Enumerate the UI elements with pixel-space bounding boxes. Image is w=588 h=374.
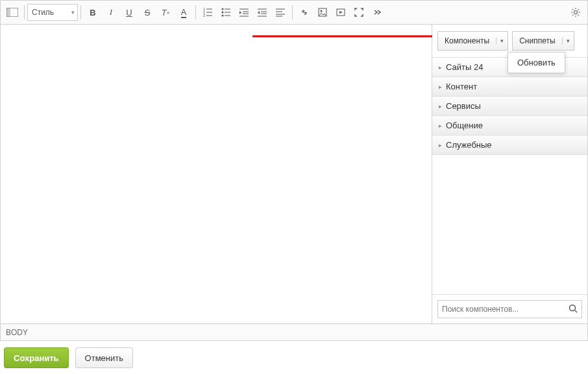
underline-icon[interactable]: U — [120, 3, 138, 21]
accordion-label: Контент — [446, 82, 477, 91]
cancel-button[interactable]: Отменить — [75, 347, 133, 368]
dropdown-item-refresh[interactable]: Обновить — [508, 53, 565, 73]
accordion-label: Сервисы — [446, 101, 481, 111]
style-label: Стиль — [32, 8, 54, 17]
settings-icon[interactable] — [567, 3, 585, 21]
components-panel: Компоненты ▾ Сниппеты ▾ Обновить ▸Сайты … — [432, 25, 587, 323]
text-color-icon[interactable]: A — [175, 3, 193, 21]
chevron-down-icon: ▾ — [562, 38, 574, 44]
main-area: Компоненты ▾ Сниппеты ▾ Обновить ▸Сайты … — [0, 25, 588, 324]
svg-marker-31 — [339, 11, 343, 14]
chevron-right-icon: ▸ — [439, 142, 442, 148]
ordered-list-icon[interactable]: 123 — [199, 3, 217, 21]
svg-marker-18 — [239, 11, 241, 14]
separator — [24, 5, 25, 19]
svg-marker-23 — [258, 11, 260, 14]
status-bar: BODY — [0, 324, 588, 341]
chevron-right-icon: ▸ — [439, 123, 442, 129]
accordion-label: Общение — [446, 121, 483, 130]
components-label: Компоненты — [438, 36, 496, 45]
component-search[interactable] — [437, 300, 582, 318]
components-dropdown-button[interactable]: Компоненты ▾ — [437, 31, 508, 51]
accordion-item-services[interactable]: ▸Сервисы — [432, 97, 587, 116]
search-row — [432, 294, 587, 323]
video-icon[interactable] — [332, 3, 350, 21]
accordion-item-utility[interactable]: ▸Служебные — [432, 135, 587, 155]
svg-point-37 — [570, 305, 576, 310]
italic-icon[interactable]: I — [102, 3, 120, 21]
strikethrough-icon[interactable]: S — [138, 3, 156, 21]
panel-top-buttons: Компоненты ▾ Сниппеты ▾ Обновить — [432, 25, 587, 58]
bold-icon[interactable]: B — [84, 3, 102, 21]
panel-content-area — [432, 155, 587, 294]
separator — [292, 5, 293, 19]
svg-point-32 — [574, 11, 578, 14]
chevron-down-icon: ▾ — [496, 38, 508, 44]
svg-point-8 — [222, 8, 224, 10]
unordered-list-icon[interactable] — [217, 3, 235, 21]
panel-toggle-icon[interactable] — [3, 3, 21, 21]
dom-path: BODY — [6, 328, 28, 337]
accordion-label: Служебные — [446, 140, 492, 150]
editor-canvas[interactable] — [1, 25, 432, 323]
svg-rect-1 — [6, 8, 10, 17]
save-button[interactable]: Сохранить — [4, 347, 69, 368]
align-icon[interactable] — [271, 3, 289, 21]
svg-point-9 — [222, 12, 224, 14]
svg-point-29 — [321, 10, 323, 12]
snippets-label: Сниппеты — [513, 36, 561, 45]
clear-format-icon[interactable]: T× — [156, 3, 175, 21]
image-icon[interactable] — [313, 3, 332, 21]
separator — [195, 5, 196, 19]
editor-toolbar: Стиль B I U S T× A 123 — [0, 0, 588, 25]
more-icon[interactable] — [368, 3, 386, 21]
fullscreen-icon[interactable] — [350, 3, 368, 21]
style-dropdown[interactable]: Стиль — [27, 4, 78, 21]
search-icon[interactable] — [569, 304, 578, 315]
chevron-right-icon: ▸ — [439, 84, 442, 90]
accordion-item-communication[interactable]: ▸Общение — [432, 116, 587, 135]
svg-line-38 — [575, 310, 577, 312]
outdent-icon[interactable] — [235, 3, 253, 21]
link-icon[interactable] — [295, 3, 313, 21]
indent-icon[interactable] — [253, 3, 271, 21]
chevron-right-icon: ▸ — [439, 64, 442, 71]
svg-text:3: 3 — [203, 14, 205, 17]
svg-point-10 — [222, 15, 224, 17]
accordion-item-content[interactable]: ▸Контент — [432, 77, 587, 97]
snippets-dropdown-button[interactable]: Сниппеты ▾ — [512, 31, 574, 51]
accordion-label: Сайты 24 — [446, 62, 483, 72]
components-dropdown-menu: Обновить — [508, 52, 565, 73]
chevron-right-icon: ▸ — [439, 103, 442, 110]
search-input[interactable] — [442, 305, 569, 314]
separator — [80, 5, 81, 19]
footer-actions: Сохранить Отменить — [0, 341, 588, 374]
